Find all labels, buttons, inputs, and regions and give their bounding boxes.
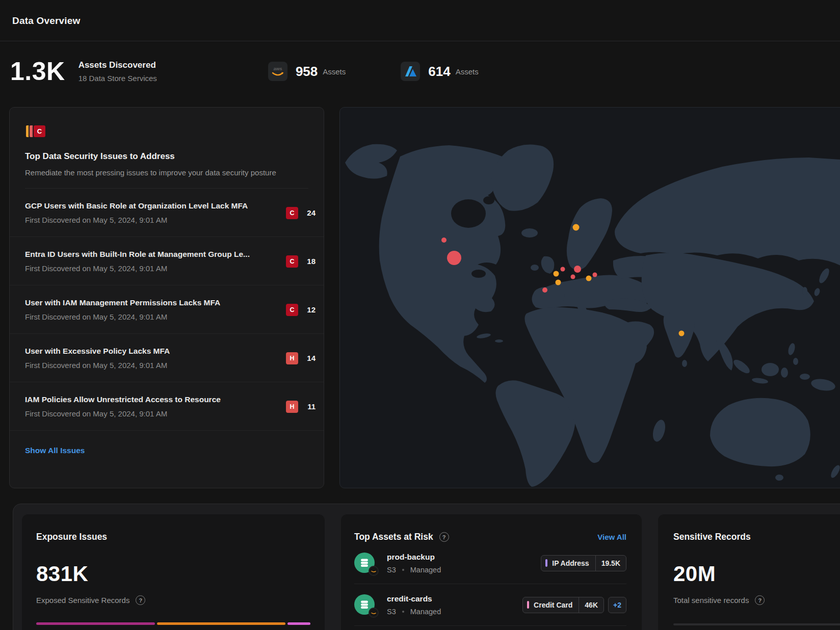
- exposure-issues-title: Exposure Issues: [36, 532, 107, 542]
- aws-assets-count: 958: [296, 64, 318, 80]
- map-dot-europe: [554, 271, 559, 277]
- critical-badge-icon: C: [33, 124, 46, 138]
- issue-row[interactable]: Entra ID Users with Built-In Role at Man…: [10, 237, 324, 285]
- top-issues-panel: C Top Data Security Issues to Address Re…: [9, 107, 324, 488]
- severity-badge: C: [286, 255, 298, 268]
- aws-icon: aws: [268, 62, 287, 81]
- issue-title: User with IAM Management Permissions Lac…: [25, 298, 279, 307]
- issue-count: 24: [298, 208, 316, 217]
- asset-name: credit-cards: [387, 594, 522, 603]
- view-all-link[interactable]: View All: [597, 533, 626, 541]
- issue-title: User with Excessive Policy Lacks MFA: [25, 347, 279, 356]
- map-dot-europe: [586, 276, 592, 281]
- chip-label-text: IP Address: [552, 559, 589, 567]
- issue-discovered-date: First Discovered on May 5, 2024, 9:01 AM: [25, 312, 279, 321]
- chip-color-bar: [527, 601, 529, 609]
- top-assets-title: Top Assets at Risk: [354, 532, 433, 542]
- chip-count: 46K: [579, 597, 603, 613]
- exposure-bar: [36, 622, 310, 625]
- issue-row[interactable]: IAM Policies Allow Unrestricted Access t…: [10, 382, 324, 431]
- chip-color-bar: [545, 559, 547, 567]
- map-dot-spain: [542, 287, 547, 293]
- exposed-records-label: Exposed Sensitive Records: [36, 596, 129, 605]
- help-icon[interactable]: [439, 532, 449, 542]
- show-all-issues-link[interactable]: Show All Issues: [10, 431, 100, 470]
- azure-assets-stat: 614 Assets: [401, 62, 478, 81]
- issue-discovered-date: First Discovered on May 5, 2024, 9:01 AM: [25, 409, 279, 418]
- asset-service: S3: [387, 608, 396, 616]
- map-dot-europe: [593, 273, 597, 277]
- data-store-services-label: 18 Data Store Services: [78, 74, 157, 83]
- issue-count: 14: [298, 354, 316, 362]
- asset-name: prod-backup: [387, 553, 541, 562]
- severity-badge: C: [286, 207, 298, 219]
- world-map: [340, 108, 840, 488]
- assets-discovered-label: Assets Discovered: [78, 60, 157, 70]
- sensitive-records-title: Sensitive Records: [673, 532, 751, 542]
- asset-row[interactable]: credit-cards S3 Managed Credit Card 46K …: [354, 584, 626, 626]
- severity-badge: H: [286, 401, 298, 413]
- issue-row[interactable]: User with Excessive Policy Lacks MFA Fir…: [10, 334, 324, 382]
- dot-separator-icon: [402, 611, 404, 613]
- severity-stack-icon: C: [25, 124, 308, 138]
- severity-badge: H: [286, 352, 298, 364]
- sensitive-records-value: 20M: [673, 562, 840, 586]
- map-dot-scandinavia: [573, 224, 580, 231]
- map-dot-canada-large: [447, 251, 461, 265]
- more-classes-badge[interactable]: +2: [608, 597, 626, 613]
- asset-status: Managed: [410, 608, 441, 616]
- chip-count: 19.5K: [595, 556, 626, 571]
- world-map-panel: [339, 107, 840, 488]
- issue-count: 11: [298, 402, 316, 411]
- aws-provider-badge-icon: [369, 608, 379, 618]
- azure-icon: [401, 62, 420, 81]
- issue-count: 18: [298, 257, 316, 266]
- issue-discovered-date: First Discovered on May 5, 2024, 9:01 AM: [25, 361, 279, 370]
- aws-provider-badge-icon: [369, 566, 379, 576]
- issue-discovered-date: First Discovered on May 5, 2024, 9:01 AM: [25, 264, 279, 273]
- issue-title: GCP Users with Basic Role at Organizatio…: [25, 201, 279, 211]
- map-dot-canada-small: [441, 238, 447, 243]
- sensitive-records-label: Total sensitive records: [673, 596, 749, 605]
- map-dot-europe-large: [574, 266, 581, 273]
- exposure-bar-segment: [157, 622, 285, 625]
- svg-text:aws: aws: [273, 66, 282, 71]
- map-dot-india: [679, 331, 685, 336]
- issue-count: 12: [298, 305, 316, 314]
- map-dot-europe: [571, 275, 575, 279]
- exposure-issues-card: Exposure Issues 831K Exposed Sensitive R…: [22, 514, 325, 630]
- sensitive-records-bar: [673, 623, 840, 625]
- assets-discovered-count: 1.3K: [10, 57, 65, 86]
- map-dot-europe: [561, 267, 565, 272]
- asset-service: S3: [387, 566, 396, 574]
- azure-assets-label: Assets: [456, 67, 479, 76]
- exposure-bar-segment: [287, 622, 311, 625]
- header-divider: [0, 41, 840, 41]
- aws-assets-stat: aws 958 Assets: [268, 62, 346, 81]
- exposure-bar-segment: [36, 622, 155, 625]
- asset-row[interactable]: prod-backup S3 Managed IP Address 19.5K: [354, 542, 626, 584]
- asset-status: Managed: [410, 566, 441, 574]
- stats-row: 1.3K Assets Discovered 18 Data Store Ser…: [10, 53, 479, 90]
- sensitive-records-card: Sensitive Records 20M Total sensitive re…: [658, 514, 840, 630]
- issue-title: Entra ID Users with Built-In Role at Man…: [25, 250, 279, 259]
- azure-assets-count: 614: [428, 64, 450, 80]
- page-title: Data Overview: [12, 15, 81, 27]
- issues-panel-title: Top Data Security Issues to Address: [25, 151, 308, 162]
- issue-title: IAM Policies Allow Unrestricted Access t…: [25, 395, 279, 404]
- issue-discovered-date: First Discovered on May 5, 2024, 9:01 AM: [25, 216, 279, 224]
- map-dot-europe: [556, 280, 561, 285]
- chip-label-text: Credit Card: [534, 601, 572, 609]
- help-icon[interactable]: [755, 595, 765, 605]
- top-assets-card: Top Assets at Risk View All: [341, 514, 642, 630]
- data-class-chip: IP Address 19.5K: [541, 555, 626, 571]
- severity-badge: C: [286, 304, 298, 316]
- exposed-records-value: 831K: [36, 562, 310, 586]
- dot-separator-icon: [402, 569, 404, 571]
- bottom-summary-section: Exposure Issues 831K Exposed Sensitive R…: [13, 504, 840, 630]
- data-class-chip: Credit Card 46K: [522, 597, 604, 613]
- issue-row[interactable]: GCP Users with Basic Role at Organizatio…: [10, 189, 324, 237]
- help-icon[interactable]: [136, 595, 145, 605]
- aws-assets-label: Assets: [323, 67, 346, 76]
- issue-row[interactable]: User with IAM Management Permissions Lac…: [10, 285, 324, 334]
